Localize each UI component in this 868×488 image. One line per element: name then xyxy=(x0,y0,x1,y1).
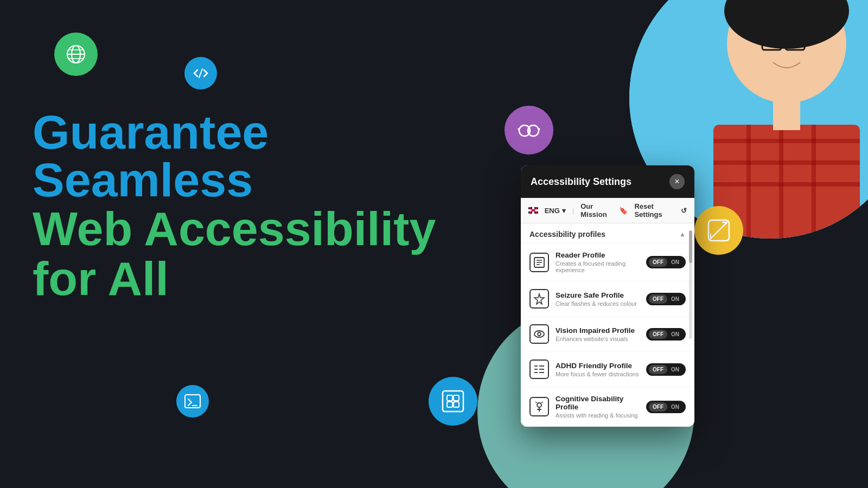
scrollbar-track[interactable] xyxy=(689,230,692,339)
reset-icon: ↺ xyxy=(681,207,687,215)
toggle-on-label: ON xyxy=(667,294,683,304)
seizure-profile-name: Seizure Safe Profile xyxy=(556,291,640,299)
language-chevron: ▾ xyxy=(562,207,566,215)
svg-line-50 xyxy=(541,402,543,403)
hero-line2: Seamless xyxy=(33,156,436,204)
reset-label: Reset Settings xyxy=(634,202,679,219)
svg-line-22 xyxy=(518,129,519,130)
svg-line-49 xyxy=(535,402,537,403)
seizure-profile-text: Seizure Safe Profile Clear flashes & red… xyxy=(556,291,640,307)
svg-point-46 xyxy=(537,403,541,407)
reader-profile-text: Reader Profile Creates a focused reading… xyxy=(556,251,640,273)
cognitive-profile-icon xyxy=(529,397,549,416)
panel-close-button[interactable]: × xyxy=(669,174,685,189)
hero-line3: Web Accessibility xyxy=(33,204,436,254)
toggle-off-label: OFF xyxy=(649,330,667,339)
panel-header: Accessibility Settings × xyxy=(521,165,694,198)
cognitive-profile-text: Cognitive Disability Profile Assists wit… xyxy=(556,395,640,419)
profiles-list: Reader Profile Creates a focused reading… xyxy=(521,243,694,427)
section-chevron: ▲ xyxy=(679,230,686,238)
vision-profile-name: Vision Impaired Profile xyxy=(556,326,640,335)
vision-profile-desc: Enhances website's visuals xyxy=(556,336,640,342)
adhd-profile-desc: More focus & fewer distractions xyxy=(556,371,640,377)
flag-icon xyxy=(528,207,538,214)
svg-rect-29 xyxy=(447,402,452,407)
hero-line1: Guarantee xyxy=(33,108,436,156)
toggle-off-label: OFF xyxy=(649,294,667,304)
adhd-profile-item: ADHD Friendly Profile More focus & fewer… xyxy=(521,352,694,387)
cognitive-profile-toggle[interactable]: OFF ON xyxy=(646,401,686,413)
svg-rect-26 xyxy=(443,391,463,412)
cognitive-profile-desc: Assists with reading & focusing xyxy=(556,412,640,419)
box-icon xyxy=(429,377,477,426)
seizure-profile-icon xyxy=(529,289,549,309)
svg-point-38 xyxy=(534,331,544,337)
language-label: ENG xyxy=(545,207,560,215)
accessibility-panel: Accessibility Settings × ENG ▾ | Our Mis… xyxy=(521,165,694,427)
svg-rect-28 xyxy=(454,395,459,401)
svg-line-32 xyxy=(711,222,727,239)
resize-icon xyxy=(694,206,743,255)
cognitive-profile-item: Cognitive Disability Profile Assists wit… xyxy=(521,387,694,427)
adhd-profile-icon xyxy=(529,359,549,379)
reader-profile-desc: Creates a focused reading experience xyxy=(556,260,640,273)
mission-icon: 🔖 xyxy=(619,207,628,215)
svg-line-18 xyxy=(199,69,202,78)
reader-profile-name: Reader Profile xyxy=(556,251,640,259)
vision-profile-icon xyxy=(529,324,549,344)
section-label: Accessibility profiles xyxy=(529,230,605,239)
toggle-on-label: ON xyxy=(667,330,683,339)
code-icon xyxy=(184,57,217,89)
adhd-profile-text: ADHD Friendly Profile More focus & fewer… xyxy=(556,362,640,377)
svg-point-39 xyxy=(538,332,541,336)
adhd-profile-toggle[interactable]: OFF ON xyxy=(646,363,686,376)
toggle-off-label: OFF xyxy=(649,365,667,374)
svg-rect-30 xyxy=(454,402,459,407)
hero-line4: for All xyxy=(33,254,436,304)
adhd-profile-name: ADHD Friendly Profile xyxy=(556,362,640,370)
terminal-icon xyxy=(176,385,209,418)
cognitive-profile-name: Cognitive Disability Profile xyxy=(556,395,640,411)
language-selector[interactable]: ENG ▾ xyxy=(528,207,566,215)
svg-rect-12 xyxy=(773,98,800,130)
vision-profile-text: Vision Impaired Profile Enhances website… xyxy=(556,326,640,342)
toolbar-divider: | xyxy=(572,207,574,215)
reset-button[interactable]: Reset Settings ↺ xyxy=(634,202,687,219)
mission-label: Our Mission xyxy=(580,202,617,219)
panel-title: Accessibility Settings xyxy=(531,176,631,188)
profiles-section-header[interactable]: Accessibility profiles ▲ xyxy=(521,223,694,243)
toggle-on-label: ON xyxy=(667,365,683,374)
reader-profile-item: Reader Profile Creates a focused reading… xyxy=(521,243,694,281)
toggle-off-label: OFF xyxy=(649,258,667,267)
seizure-profile-toggle[interactable]: OFF ON xyxy=(646,293,686,305)
globe-icon xyxy=(54,33,98,76)
svg-line-23 xyxy=(539,129,540,130)
seizure-profile-desc: Clear flashes & reduces colour xyxy=(556,300,640,307)
vision-profile-toggle[interactable]: OFF ON xyxy=(646,328,686,341)
mission-button[interactable]: Our Mission 🔖 xyxy=(580,202,628,219)
toggle-on-label: ON xyxy=(667,258,683,267)
reader-profile-toggle[interactable]: OFF ON xyxy=(646,256,686,268)
hero-section: Guarantee Seamless Web Accessibility for… xyxy=(33,108,436,304)
toggle-off-label: OFF xyxy=(649,402,667,412)
seizure-profile-item: Seizure Safe Profile Clear flashes & red… xyxy=(521,281,694,317)
reader-profile-icon xyxy=(529,253,549,272)
svg-marker-37 xyxy=(534,294,544,304)
panel-toolbar: ENG ▾ | Our Mission 🔖 Reset Settings ↺ xyxy=(521,198,694,223)
scrollbar-thumb[interactable] xyxy=(689,230,692,263)
glasses-icon xyxy=(505,106,553,155)
toggle-on-label: ON xyxy=(667,402,683,412)
svg-rect-27 xyxy=(447,395,452,401)
vision-profile-item: Vision Impaired Profile Enhances website… xyxy=(521,317,694,352)
